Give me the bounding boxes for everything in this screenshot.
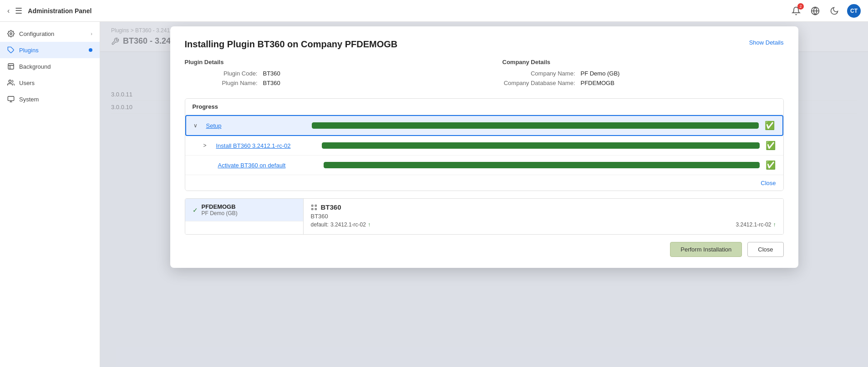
svg-rect-12 (315, 208, 316, 210)
progress-title: Progress (185, 99, 783, 115)
plugin-code-key: Plugin Code: (185, 70, 258, 77)
topbar-right: 2 CT (790, 4, 861, 18)
sidebar: Configuration › Plugins Background Users… (0, 22, 100, 367)
plugin-name-field: Plugin Name: BT360 (185, 80, 466, 86)
app-title: Administration Panel (28, 7, 91, 15)
progress-close-link[interactable]: Close (761, 180, 776, 186)
company-db-val: PFDEMOGB (581, 80, 614, 86)
company-details-label: Company Details (503, 59, 784, 65)
install-modal: Installing Plugin BT360 on Company PFDEM… (170, 26, 798, 268)
companies-area: ✓ PFDEMOGB PF Demo (GB) BT360 BT360 (185, 198, 784, 235)
layout: Configuration › Plugins Background Users… (0, 22, 868, 367)
install-check-icon: ✅ (765, 141, 776, 151)
setup-label[interactable]: Setup (206, 122, 306, 129)
notification-badge: 2 (797, 3, 804, 10)
install-progress-bar (322, 142, 760, 149)
plugin-code: BT360 (311, 213, 776, 220)
modal-title: Installing Plugin BT360 on Company PFDEM… (185, 39, 398, 50)
setup-chevron[interactable] (193, 122, 201, 129)
modal-header: Installing Plugin BT360 on Company PFDEM… (185, 39, 784, 50)
company-name-key: Company Name: (503, 70, 575, 77)
svg-point-5 (9, 80, 11, 82)
modal-footer: Perform Installation Close (185, 242, 784, 257)
active-dot (89, 48, 92, 52)
company-check-icon: ✓ (193, 206, 198, 214)
setup-row[interactable]: Setup ✅ (185, 115, 783, 136)
theme-toggle[interactable] (828, 5, 841, 17)
plugin-code-field: Plugin Code: BT360 (185, 70, 466, 77)
plugin-list: BT360 BT360 default: 3.2412.1-rc-02 ↑ 3.… (304, 199, 783, 234)
sidebar-item-users-label: Users (19, 80, 35, 86)
svg-rect-6 (8, 96, 14, 101)
svg-rect-11 (311, 208, 313, 210)
plugin-details-label: Plugin Details (185, 59, 466, 65)
activate-label[interactable]: Activate BT360 on default (218, 162, 318, 169)
setup-progress-fill (312, 122, 759, 129)
activate-check-icon: ✅ (765, 160, 776, 170)
perform-installation-button[interactable]: Perform Installation (670, 242, 742, 257)
sidebar-item-users[interactable]: Users (0, 75, 100, 91)
sidebar-item-configuration-label: Configuration (19, 30, 54, 37)
plugin-name-key: Plugin Name: (185, 80, 258, 86)
plugin-header: BT360 (311, 203, 776, 211)
topbar: ‹ ☰ Administration Panel 2 CT (0, 0, 868, 22)
globe-button[interactable] (809, 5, 822, 17)
install-row[interactable]: Install BT360 3.2412.1-rc-02 ✅ (185, 136, 783, 156)
chevron-right-icon: › (91, 31, 92, 36)
setup-progress-bar (312, 122, 759, 129)
install-chevron[interactable] (203, 142, 211, 149)
modal-backdrop: Installing Plugin BT360 on Company PFDEM… (100, 22, 868, 367)
avatar[interactable]: CT (847, 4, 861, 18)
sidebar-item-system-label: System (19, 96, 39, 103)
back-button[interactable]: ‹ (7, 7, 10, 15)
progress-panel: Progress Setup ✅ Install BT360 3.2412.1- (185, 98, 784, 191)
company-info: PFDEMOGB PF Demo (GB) (202, 203, 238, 216)
main-content: Plugins > BT360 - 3.2412.1-rc-02 BT360 -… (100, 22, 868, 367)
install-progress-fill (322, 142, 760, 149)
plugin-name-val: BT360 (263, 80, 280, 86)
company-details: Company Details Company Name: PF Demo (G… (503, 59, 784, 89)
company-sub: PF Demo (GB) (202, 210, 238, 216)
sidebar-item-background[interactable]: Background (0, 58, 100, 75)
svg-rect-10 (315, 205, 316, 206)
company-name-val: PF Demo (GB) (581, 70, 620, 77)
plugin-details: Plugin Details Plugin Code: BT360 Plugin… (185, 59, 466, 89)
plugin-name: BT360 (321, 203, 341, 211)
company-list: ✓ PFDEMOGB PF Demo (GB) (185, 199, 304, 234)
install-label[interactable]: Install BT360 3.2412.1-rc-02 (216, 142, 316, 149)
activate-row[interactable]: Activate BT360 on default ✅ (185, 156, 783, 175)
show-details-link[interactable]: Show Details (749, 39, 784, 46)
company-db-key: Company Database Name: (503, 80, 575, 86)
activate-progress-bar (324, 162, 760, 168)
close-button[interactable]: Close (747, 242, 783, 257)
default-label: default: (311, 221, 329, 228)
company-db-field: Company Database Name: PFDEMOGB (503, 80, 784, 86)
notifications-button[interactable]: 2 (790, 5, 802, 17)
up-arrow-icon: ↑ (368, 221, 371, 228)
svg-rect-9 (311, 205, 313, 206)
company-name-field: Company Name: PF Demo (GB) (503, 70, 784, 77)
plugin-version-row: default: 3.2412.1-rc-02 ↑ 3.2412.1-rc-02… (311, 220, 776, 230)
svg-point-2 (10, 33, 12, 35)
setup-check-icon: ✅ (764, 121, 775, 131)
company-name: PFDEMOGB (202, 203, 238, 210)
default-version: default: 3.2412.1-rc-02 ↑ (311, 221, 371, 228)
details-row: Plugin Details Plugin Code: BT360 Plugin… (185, 59, 784, 89)
latest-version: 3.2412.1-rc-02 ↑ (736, 221, 776, 228)
sidebar-item-system[interactable]: System (0, 91, 100, 107)
plugin-code-val: BT360 (263, 70, 280, 77)
sidebar-item-plugins[interactable]: Plugins (0, 42, 100, 58)
sidebar-item-background-label: Background (19, 63, 51, 70)
sidebar-item-configuration[interactable]: Configuration › (0, 25, 100, 42)
default-version-val: 3.2412.1-rc-02 (330, 221, 366, 228)
activate-progress-fill (324, 162, 760, 168)
company-item-pfdemogb[interactable]: ✓ PFDEMOGB PF Demo (GB) (185, 199, 303, 221)
sidebar-item-plugins-label: Plugins (19, 47, 39, 54)
hamburger-menu[interactable]: ☰ (15, 6, 22, 16)
progress-close-area: Close (185, 175, 783, 191)
topbar-left: ‹ ☰ Administration Panel (7, 6, 784, 16)
svg-rect-4 (8, 64, 14, 69)
latest-up-arrow-icon: ↑ (773, 221, 776, 228)
latest-version-val: 3.2412.1-rc-02 (736, 221, 771, 228)
